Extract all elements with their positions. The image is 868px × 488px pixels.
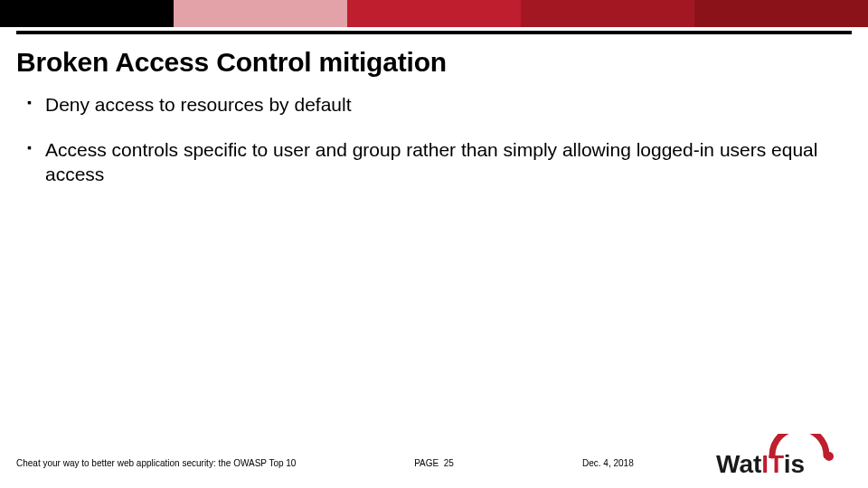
slide-title: Broken Access Control mitigation — [0, 34, 868, 87]
footer-description: Cheat your way to better web application… — [16, 458, 296, 468]
topbar-segment — [521, 0, 694, 27]
footer-page: PAGE 25 — [414, 458, 454, 468]
bullet-list: Deny access to resources by default Acce… — [27, 92, 841, 187]
slide-body: Deny access to resources by default Acce… — [0, 87, 868, 488]
footer-date: Dec. 4, 2018 — [582, 458, 634, 468]
page-number: 25 — [444, 458, 454, 468]
list-item: Deny access to resources by default — [27, 92, 841, 117]
slide: Broken Access Control mitigation Deny ac… — [0, 0, 868, 488]
page-label: PAGE — [414, 458, 439, 468]
top-color-bar — [0, 0, 868, 27]
logo-text-bold: IT — [761, 450, 784, 478]
topbar-segment — [174, 0, 347, 27]
topbar-segment — [694, 0, 868, 27]
watitis-logo: WatITis — [716, 434, 852, 479]
logo-dot-icon — [825, 452, 834, 461]
logo-text: WatITis — [716, 450, 805, 478]
footer: Cheat your way to better web application… — [0, 434, 868, 488]
logo-text-post: is — [784, 450, 805, 478]
topbar-segment — [0, 0, 174, 27]
list-item: Access controls specific to user and gro… — [27, 137, 841, 187]
topbar-segment — [347, 0, 521, 27]
logo-text-pre: Wat — [716, 450, 761, 478]
